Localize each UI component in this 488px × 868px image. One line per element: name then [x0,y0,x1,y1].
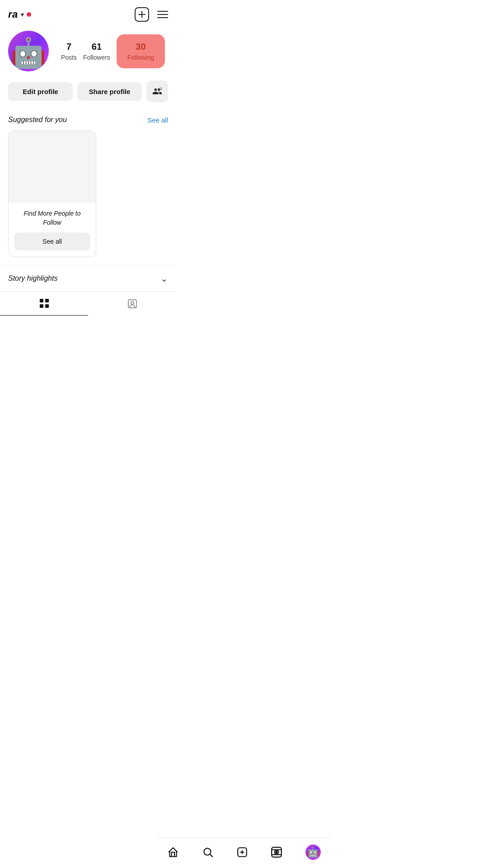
followers-label: Followers [83,54,110,61]
notification-dot [27,12,31,17]
svg-rect-5 [40,299,43,302]
story-highlights-section[interactable]: Story highlights ⌄ [0,264,176,291]
posts-count: 7 [66,42,71,52]
profile-section: 🤖 7 Posts 61 Followers 30 Following Edit… [0,26,176,111]
create-post-button[interactable] [135,7,149,22]
suggested-title: Suggested for you [8,116,67,124]
hamburger-menu-button[interactable] [157,11,168,18]
tab-grid[interactable] [0,292,88,316]
tab-tagged[interactable] [88,292,176,316]
share-profile-button[interactable]: Share profile [77,82,142,101]
post-tabs [0,291,176,316]
profile-top: 🤖 7 Posts 61 Followers 30 Following [8,31,168,71]
story-highlights-title: Story highlights [8,274,57,283]
avatar-emoji: 🤖 [10,38,47,67]
followers-stat[interactable]: 61 Followers [83,42,110,61]
suggestion-card-image [9,131,96,203]
add-friend-button[interactable] [146,80,168,102]
account-switcher-chevron[interactable]: ▾ [21,11,24,18]
top-nav: ra ▾ [0,0,176,26]
top-nav-left: ra ▾ [8,9,31,20]
svg-point-10 [131,302,134,304]
following-count: 30 [136,42,145,52]
following-stat[interactable]: 30 Following [117,34,165,68]
suggestion-see-all-button[interactable]: See all [14,232,90,250]
see-all-header-link[interactable]: See all [147,116,168,124]
posts-label: Posts [61,54,77,61]
followers-count: 61 [92,42,102,52]
username-label[interactable]: ra [8,9,18,20]
suggestion-card: Find More People to Follow See all [8,130,96,257]
suggested-section: Suggested for you See all Find More Peop… [0,111,176,257]
following-label: Following [127,54,154,61]
top-nav-right [135,7,168,22]
edit-profile-button[interactable]: Edit profile [8,82,73,101]
stats-container: 7 Posts 61 Followers 30 Following [58,34,168,68]
svg-rect-7 [40,304,43,308]
avatar[interactable]: 🤖 [8,31,49,71]
story-highlights-chevron: ⌄ [160,273,168,284]
svg-rect-8 [45,304,49,308]
svg-rect-6 [45,299,49,302]
action-buttons: Edit profile Share profile [8,80,168,102]
suggested-header: Suggested for you See all [8,116,168,124]
suggestion-card-text: Find More People to Follow [9,203,96,232]
posts-stat[interactable]: 7 Posts [61,42,77,61]
